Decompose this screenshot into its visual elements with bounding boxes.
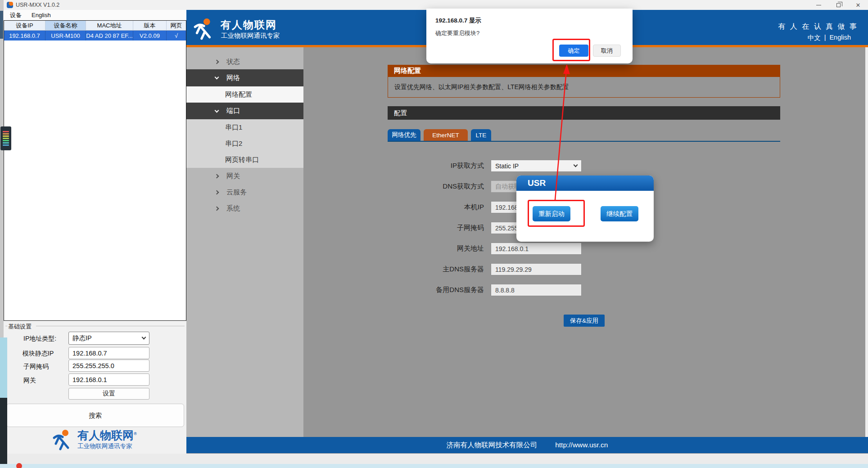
ip-type-value: 静态IP bbox=[72, 334, 92, 342]
taskbar-app-icon[interactable] bbox=[16, 463, 22, 468]
primary-dns-label: 主DNS服务器 bbox=[376, 265, 484, 274]
dialog-cancel-button[interactable]: 取消 bbox=[593, 45, 621, 57]
static-ip-label: 模块静态IP bbox=[23, 350, 54, 358]
save-apply-button[interactable]: 保存&应用 bbox=[564, 315, 605, 327]
mask-label: 子网掩码 bbox=[23, 363, 49, 371]
set-button[interactable]: 设置 bbox=[68, 388, 149, 400]
column-header-mac[interactable]: MAC地址 bbox=[86, 21, 133, 31]
sidebar-item-label: 串口1 bbox=[225, 123, 242, 132]
device-name-cell: USR-M100 bbox=[45, 31, 86, 40]
window-title: USR-MXX V1.0.2 bbox=[16, 2, 59, 8]
lang-separator: | bbox=[824, 34, 826, 42]
column-header-version[interactable]: 版本 bbox=[133, 21, 167, 31]
chevron-down-icon bbox=[215, 75, 219, 80]
brand-slogan: 工业物联网通讯专家 bbox=[77, 442, 137, 450]
continue-config-button[interactable]: 继续配置 bbox=[601, 206, 638, 221]
column-header-web[interactable]: 网页 bbox=[167, 21, 186, 31]
menu-device[interactable]: 设备 bbox=[10, 11, 22, 19]
ip-mode-value: Static IP bbox=[495, 162, 519, 170]
palette-stripe bbox=[3, 138, 9, 139]
tab-ethernet[interactable]: EtherNET bbox=[424, 129, 468, 141]
sidebar-item-label: 网页转串口 bbox=[225, 156, 259, 164]
palette-stripe bbox=[3, 135, 9, 137]
sidebar-item-network[interactable]: 网络 bbox=[186, 69, 303, 86]
usr-logo-icon bbox=[50, 429, 74, 451]
gateway-address-label: 网关地址 bbox=[376, 244, 484, 253]
config-section-bar: 配置 bbox=[388, 106, 780, 120]
usr-logo-icon bbox=[191, 18, 216, 41]
footer-company: 济南有人物联网技术有限公司 bbox=[447, 441, 538, 450]
gateway-field[interactable]: 192.168.0.1 bbox=[68, 374, 149, 386]
device-row[interactable]: 192.168.0.7 USR-M100 D4 AD 20 87 EF... V… bbox=[4, 31, 186, 40]
ip-mode-label: IP获取方式 bbox=[376, 162, 484, 170]
secondary-dns-label: 备用DNS服务器 bbox=[376, 286, 484, 294]
secondary-dns-field[interactable]: 8.8.8.8 bbox=[491, 284, 582, 296]
sidebar-item-gateway[interactable]: 网关 bbox=[186, 168, 303, 184]
dialog-message: 确定要重启模块? bbox=[435, 29, 479, 37]
menubar: 设备 English bbox=[4, 10, 186, 20]
device-mac-cell: D4 AD 20 87 EF... bbox=[86, 31, 133, 40]
chevron-right-icon bbox=[215, 60, 219, 64]
menu-english[interactable]: English bbox=[32, 12, 51, 18]
sidebar-item-label: 系统 bbox=[226, 204, 240, 213]
chevron-right-icon bbox=[215, 190, 219, 194]
background-window-sliver bbox=[0, 338, 7, 398]
sidebar-item-label: 云服务 bbox=[226, 188, 247, 197]
tab-network-priority[interactable]: 网络优先 bbox=[388, 129, 420, 141]
background-window-sliver bbox=[0, 11, 3, 39]
background-window-sliver bbox=[0, 398, 7, 464]
chevron-right-icon bbox=[215, 174, 219, 178]
palette-stripe bbox=[3, 131, 9, 132]
ip-type-label: IP地址类型: bbox=[23, 335, 56, 343]
sidebar-item-label: 网络配置 bbox=[225, 90, 252, 99]
palette-stripe bbox=[3, 142, 9, 144]
search-button[interactable]: 搜索 bbox=[6, 404, 184, 427]
annotation-arrow bbox=[540, 63, 581, 207]
header-motto: 有 人 在 认 真 做 事 bbox=[778, 22, 858, 32]
footer-url[interactable]: http://www.usr.cn bbox=[555, 441, 608, 449]
chevron-down-icon bbox=[142, 335, 146, 340]
screen: USR-MXX V1.0.2 ✕ 设备 English 设备IP 设备名称 MA… bbox=[0, 0, 868, 468]
palette-stripe bbox=[3, 144, 9, 146]
sidebar-item-ports[interactable]: 端口 bbox=[186, 103, 303, 119]
mask-field[interactable]: 255.255.255.0 bbox=[68, 360, 149, 372]
chevron-right-icon bbox=[215, 206, 219, 211]
sidebar-item-web-to-serial[interactable]: 网页转串口 bbox=[186, 152, 303, 168]
column-header-name[interactable]: 设备名称 bbox=[45, 21, 86, 31]
device-ip-cell: 192.168.0.7 bbox=[4, 31, 45, 40]
gateway-address-field[interactable]: 192.168.0.1 bbox=[491, 243, 582, 255]
tab-lte[interactable]: LTE bbox=[471, 129, 491, 141]
sidebar-item-system[interactable]: 系统 bbox=[186, 200, 303, 216]
sidebar-item-cloud[interactable]: 云服务 bbox=[186, 184, 303, 200]
app-icon bbox=[7, 2, 13, 8]
close-button[interactable]: ✕ bbox=[848, 0, 868, 10]
sidebar-item-network-config[interactable]: 网络配置 bbox=[186, 86, 303, 103]
sidebar-item-label: 网关 bbox=[226, 172, 240, 180]
sidebar-item-label: 状态 bbox=[226, 58, 240, 66]
ip-type-select[interactable]: 静态IP bbox=[68, 332, 149, 345]
minimize-button[interactable] bbox=[809, 0, 828, 10]
sidebar-item-status[interactable]: 状态 bbox=[186, 54, 303, 69]
registered-mark: ® bbox=[134, 432, 137, 436]
desktop-strip bbox=[0, 454, 868, 464]
device-table-header: 设备IP 设备名称 MAC地址 版本 网页 bbox=[4, 21, 186, 31]
sidebar-item-serial2[interactable]: 串口2 bbox=[186, 135, 303, 152]
scrollbar[interactable] bbox=[865, 47, 868, 437]
section-description: 设置优先网络、以太网IP相关参数配置、LTE网络相关参数配置 bbox=[388, 77, 780, 98]
primary-dns-field[interactable]: 119.29.29.29 bbox=[491, 263, 582, 275]
column-header-ip[interactable]: 设备IP bbox=[4, 21, 45, 31]
lang-chinese-link[interactable]: 中文 bbox=[808, 34, 821, 42]
palette-stripe bbox=[3, 133, 9, 135]
restore-button[interactable] bbox=[828, 0, 848, 10]
lang-english-link[interactable]: English bbox=[829, 34, 851, 42]
sidebar-item-serial1[interactable]: 串口1 bbox=[186, 119, 303, 135]
static-ip-field[interactable]: 192.168.0.7 bbox=[68, 347, 149, 359]
brand-slogan: 工业物联网通讯专家 bbox=[221, 32, 280, 40]
gateway-label: 网关 bbox=[23, 377, 36, 385]
subnet-mask-label: 子网掩码 bbox=[376, 224, 484, 232]
brand-name: 有人物联网 bbox=[77, 429, 134, 441]
tab-underline bbox=[388, 141, 780, 142]
web-footer: 济南有人物联网技术有限公司 http://www.usr.cn bbox=[186, 437, 868, 453]
device-list-panel: 设备IP 设备名称 MAC地址 版本 网页 192.168.0.7 USR-M1… bbox=[4, 20, 186, 321]
local-ip-label: 本机IP bbox=[376, 203, 484, 212]
